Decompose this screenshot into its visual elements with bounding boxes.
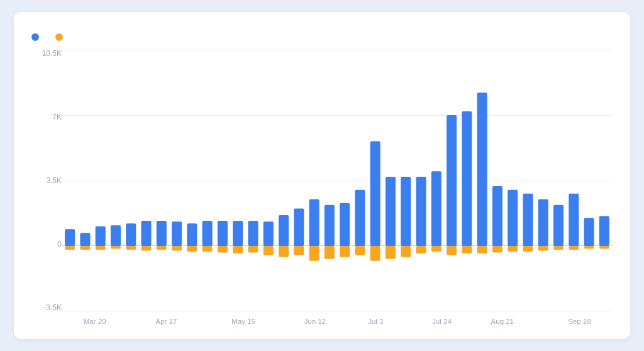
svg-rect-45 [401,246,411,257]
svg-rect-43 [386,246,396,259]
svg-rect-4 [96,226,106,246]
svg-rect-34 [325,205,335,246]
svg-rect-27 [264,246,274,255]
y-label-neg3k: -3.5K [31,304,62,311]
svg-rect-57 [492,246,502,252]
svg-rect-23 [233,246,243,254]
svg-rect-11 [142,246,152,250]
svg-rect-16 [187,223,197,246]
svg-rect-62 [538,199,548,246]
svg-rect-14 [172,221,182,246]
y-axis: 10.5K 7K 3.5K 0 -3.5K [31,50,62,326]
svg-rect-32 [309,199,319,246]
svg-rect-29 [279,246,289,257]
y-label-3k: 3.5K [31,177,62,184]
bars-svg [62,50,613,311]
chart-inner: 10.5K 7K 3.5K 0 -3.5K Mar 20Apr 17May 1 [31,50,613,326]
svg-rect-49 [431,246,441,252]
svg-rect-47 [416,246,426,254]
svg-rect-55 [477,246,487,254]
svg-rect-0 [65,229,75,246]
legend-lost [55,33,67,41]
svg-rect-40 [370,142,380,246]
svg-rect-21 [218,246,228,252]
svg-rect-5 [96,246,106,250]
svg-rect-36 [340,203,350,246]
x-label: Jun 12 [304,318,326,325]
x-label: Jul 24 [432,318,452,325]
svg-rect-12 [157,221,167,246]
svg-rect-15 [172,246,182,250]
svg-rect-63 [538,246,548,250]
svg-rect-3 [80,246,90,250]
svg-rect-66 [569,194,579,246]
svg-rect-33 [309,246,319,261]
svg-rect-37 [340,246,350,257]
svg-rect-17 [187,246,197,252]
svg-rect-67 [569,246,579,250]
svg-rect-69 [584,246,594,248]
svg-rect-30 [294,209,304,246]
svg-rect-51 [447,246,457,255]
chart-card: 10.5K 7K 3.5K 0 -3.5K Mar 20Apr 17May 1 [14,12,630,339]
svg-rect-24 [248,221,258,246]
x-axis: Mar 20Apr 17May 15Jun 12Jul 3Jul 24Aug 2… [62,311,613,326]
plot-area: Mar 20Apr 17May 15Jun 12Jul 3Jul 24Aug 2… [62,50,613,326]
svg-rect-70 [599,216,609,246]
x-label: Apr 17 [155,318,177,325]
y-label-7k: 7K [31,113,62,121]
svg-rect-22 [233,221,243,246]
svg-rect-8 [126,223,136,246]
svg-rect-46 [416,177,426,246]
svg-rect-26 [264,221,274,246]
x-label: May 15 [231,318,255,325]
svg-rect-35 [325,246,335,259]
svg-rect-56 [492,186,502,246]
svg-rect-10 [142,221,152,246]
svg-rect-64 [553,205,564,246]
svg-rect-65 [553,246,564,250]
y-label-0: 0 [31,240,62,248]
svg-rect-1 [65,246,75,250]
x-label: Jul 3 [368,318,383,325]
svg-rect-52 [462,111,472,246]
svg-rect-59 [508,246,518,252]
x-label: Aug 21 [491,318,514,325]
svg-rect-60 [523,194,533,246]
svg-rect-9 [126,246,136,250]
svg-rect-53 [462,246,472,254]
svg-rect-13 [157,246,167,250]
svg-rect-7 [111,246,121,248]
svg-rect-2 [80,233,90,246]
x-label: Sep 18 [568,318,591,325]
x-label: Mar 20 [84,318,106,325]
svg-rect-18 [203,221,213,246]
svg-rect-6 [111,225,121,246]
svg-rect-71 [599,246,609,248]
svg-rect-31 [294,246,304,255]
svg-rect-41 [370,246,380,261]
chart-legend [31,33,613,41]
y-label-10k: 10.5K [31,50,62,57]
svg-rect-48 [431,171,441,246]
legend-new [31,33,43,41]
svg-rect-58 [508,190,518,246]
svg-rect-68 [584,218,594,246]
chart-area: 10.5K 7K 3.5K 0 -3.5K Mar 20Apr 17May 1 [31,50,613,326]
legend-lost-dot [55,33,63,41]
svg-rect-19 [203,246,213,252]
legend-new-dot [31,33,39,41]
svg-rect-25 [248,246,258,252]
svg-rect-39 [355,246,365,255]
svg-rect-61 [523,246,533,252]
svg-rect-54 [477,92,487,246]
svg-rect-20 [218,221,228,246]
svg-rect-44 [401,177,411,246]
svg-rect-50 [447,115,457,246]
svg-rect-28 [279,215,289,246]
svg-rect-42 [386,177,396,246]
svg-rect-38 [355,190,365,246]
